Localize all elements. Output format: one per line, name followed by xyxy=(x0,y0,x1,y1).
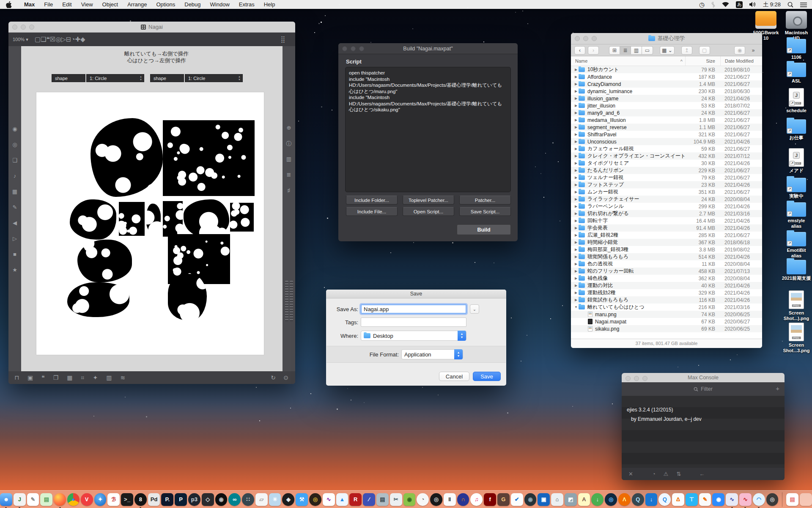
save-script-button[interactable]: Save Script... xyxy=(459,207,511,216)
disclosure-icon[interactable]: ▶ xyxy=(571,233,579,237)
stop-icon[interactable]: ■ xyxy=(13,251,16,258)
disclosure-icon[interactable]: ▶ xyxy=(571,118,579,122)
dock-item-chrome[interactable]: ● xyxy=(67,493,80,506)
dock-item-radar-app[interactable]: ◎ xyxy=(309,493,321,506)
dock-item-xcode[interactable]: ⚒ xyxy=(296,493,308,506)
paint-icon[interactable]: ◆ xyxy=(80,36,85,43)
menu-extras[interactable]: Extras xyxy=(234,1,259,8)
desktop-icon-macintosh[interactable]: MacintoshHD xyxy=(782,11,811,41)
disclosure-icon[interactable]: ▶ xyxy=(571,226,579,230)
table-row[interactable]: ▶illusion_game24 KB2021/04/26 xyxy=(571,95,762,102)
dock-item-arduino[interactable]: ∞ xyxy=(228,493,241,506)
disclosure-icon[interactable]: ▶ xyxy=(571,168,579,172)
disclosure-icon[interactable]: ▶ xyxy=(571,190,579,194)
disclosure-icon[interactable]: ▶ xyxy=(571,183,579,187)
dock-item-lettering-app[interactable]: ℬ xyxy=(107,493,120,506)
pen-icon[interactable]: ✎ xyxy=(13,204,17,211)
column-header-name[interactable]: Name^ xyxy=(571,58,685,64)
dock-item-wand-book[interactable]: ∕ xyxy=(363,493,375,506)
dock-item-vlc[interactable]: Δ xyxy=(672,493,684,506)
disclosure-icon[interactable]: ▶ xyxy=(571,176,579,179)
table-row[interactable]: ▶聴覚関係もろもろ514 KB2021/04/26 xyxy=(571,253,762,260)
cancel-button[interactable]: Cancel xyxy=(439,372,469,381)
forward-button[interactable]: › xyxy=(588,46,599,55)
dock-item-lapf-doc[interactable]: A xyxy=(578,493,590,506)
bluetooth-icon[interactable] xyxy=(711,2,715,8)
expand-chevron-button[interactable]: ⌄ xyxy=(470,304,479,314)
script-textarea[interactable]: open thispatcherinclude "MacintoshHD:/Us… xyxy=(345,67,511,192)
playbar-icon[interactable]: ▷ xyxy=(61,36,66,43)
disclosure-icon[interactable]: ▶ xyxy=(571,197,579,201)
dock-item-midi-keys[interactable]: ‖ xyxy=(444,493,456,506)
table-row[interactable]: ▶ラバーペンシル299 KB2021/04/26 xyxy=(571,203,762,210)
menu-arrange[interactable]: Arrange xyxy=(123,1,151,8)
disclosure-icon[interactable]: ▶ xyxy=(571,89,579,93)
disclosure-icon[interactable]: ▶ xyxy=(571,111,579,115)
disclosure-icon[interactable]: ▶ xyxy=(571,125,579,129)
lock-icon[interactable]: ⊓ xyxy=(14,374,19,381)
menu-options[interactable]: Options xyxy=(151,1,180,8)
dock-item-textedit[interactable]: ✎ xyxy=(27,493,39,506)
power-icon[interactable]: ⊙ xyxy=(283,374,288,381)
dock-item-flash[interactable]: f xyxy=(484,493,496,506)
dock-item-doc-pen[interactable]: ✎ xyxy=(699,493,711,506)
toplevel-patcher-button[interactable]: Toplevel Patcher... xyxy=(403,196,454,204)
patcher-button[interactable]: Patcher... xyxy=(459,196,511,204)
table-row[interactable]: ▶補色残像362 KB2020/08/04 xyxy=(571,275,762,282)
save-button[interactable]: Save xyxy=(473,372,501,381)
play-icon[interactable]: ▷ xyxy=(13,235,17,242)
patcher-titlebar[interactable]: Nagai xyxy=(8,22,295,33)
table-row[interactable]: ▶segment_reverse1.1 MB2021/06/27 xyxy=(571,124,762,131)
desktop-icon-screen[interactable]: PNGScreenShot...).png xyxy=(782,290,811,321)
tags-input[interactable] xyxy=(361,318,466,327)
table-row[interactable]: ▶Affordance187 KB2021/06/27 xyxy=(571,73,762,80)
table-row[interactable]: ▶タイポグリセミア30 KB2021/04/26 xyxy=(571,160,762,167)
volume-icon[interactable] xyxy=(749,2,756,7)
table-row[interactable]: ▶jitter_illusion53 KB2018/07/02 xyxy=(571,102,762,109)
dock-item-wifi-scanner[interactable]: ◠ xyxy=(753,493,765,506)
comment-icon[interactable]: ❝ xyxy=(41,374,45,381)
column-header-size[interactable]: Size xyxy=(685,56,720,66)
dock-item-vinyl[interactable]: ◎ xyxy=(430,493,442,506)
dock-item-finder[interactable]: ☻ xyxy=(0,493,12,506)
table-row[interactable]: ▶回転十字16.4 MB2021/04/26 xyxy=(571,217,762,224)
message-box-icon[interactable]: ❑ xyxy=(41,36,46,43)
midi-icon[interactable]: ♪ xyxy=(14,173,16,179)
notification-center-icon[interactable] xyxy=(800,2,807,7)
toolbar-overflow-icon[interactable]: » xyxy=(748,46,759,55)
table-row[interactable]: ▶クレイク・オブライエン・コーンスイート432 KB2021/07/12 xyxy=(571,152,762,160)
disclosure-icon[interactable]: ▶ xyxy=(571,104,579,108)
dock-item-max7-spiral[interactable]: ◉ xyxy=(215,493,228,506)
dock-item-p3[interactable]: p3 xyxy=(188,493,200,506)
errors-filter-icon[interactable]: ⚠ xyxy=(664,471,669,477)
dock-item-processing[interactable]: P xyxy=(175,493,187,506)
timestamps-icon[interactable]: ◔ xyxy=(652,471,656,477)
dock-item-terminal[interactable]: >_ xyxy=(121,493,133,506)
dock-item-firefox[interactable] xyxy=(54,493,66,506)
build-button[interactable]: Build xyxy=(457,224,511,235)
table-row[interactable]: Nagai.maxpat67 KB2020/06/27 xyxy=(571,318,762,325)
time-machine-icon[interactable]: ◷ xyxy=(699,1,705,8)
disclosure-icon[interactable]: ▶ xyxy=(571,255,579,259)
table-row[interactable]: ▶ムンカー錯視351 KB2021/06/27 xyxy=(571,188,762,196)
desktop-icon--[interactable]: JTEXTメアド xyxy=(782,148,811,174)
desktop-icon-schedule[interactable]: JTEXTschedule xyxy=(782,88,811,113)
audio-in-icon[interactable]: ◀ xyxy=(13,220,17,226)
table-row[interactable]: ▶フットステップ23 KB2021/04/26 xyxy=(571,181,762,188)
dock-item-wind-turbine[interactable]: ✳ xyxy=(269,493,281,506)
shape-menu-dropdown[interactable]: 1: Circle▲▼ xyxy=(185,74,243,82)
table-row[interactable]: ▶切れ切れが繋がる2.7 MB2021/03/16 xyxy=(571,210,762,217)
button-icon[interactable]: ◎ xyxy=(55,36,61,43)
table-row[interactable]: sikaku.png69 KB2020/06/25 xyxy=(571,325,762,332)
panel-icon[interactable]: ❑ xyxy=(12,157,17,164)
dock-item-photo-pair[interactable]: ◩ xyxy=(565,493,577,506)
shape-menu-dropdown[interactable]: 1: Circle▲▼ xyxy=(86,74,144,82)
menu-view[interactable]: View xyxy=(77,1,98,8)
finder-titlebar[interactable]: 基礎心理学 xyxy=(571,33,762,44)
table-row[interactable]: ▶運動残効2種329 KB2021/04/26 xyxy=(571,289,762,296)
table-row[interactable]: ▶錯覚試作もろもろ116 KB2021/04/26 xyxy=(571,296,762,304)
dock-item-pulse-graph[interactable]: ∿ xyxy=(739,493,752,506)
grid-icon[interactable]: ♯ xyxy=(288,187,291,194)
jump-back-icon[interactable]: ← xyxy=(699,471,705,477)
add-icon[interactable]: + xyxy=(776,385,779,392)
